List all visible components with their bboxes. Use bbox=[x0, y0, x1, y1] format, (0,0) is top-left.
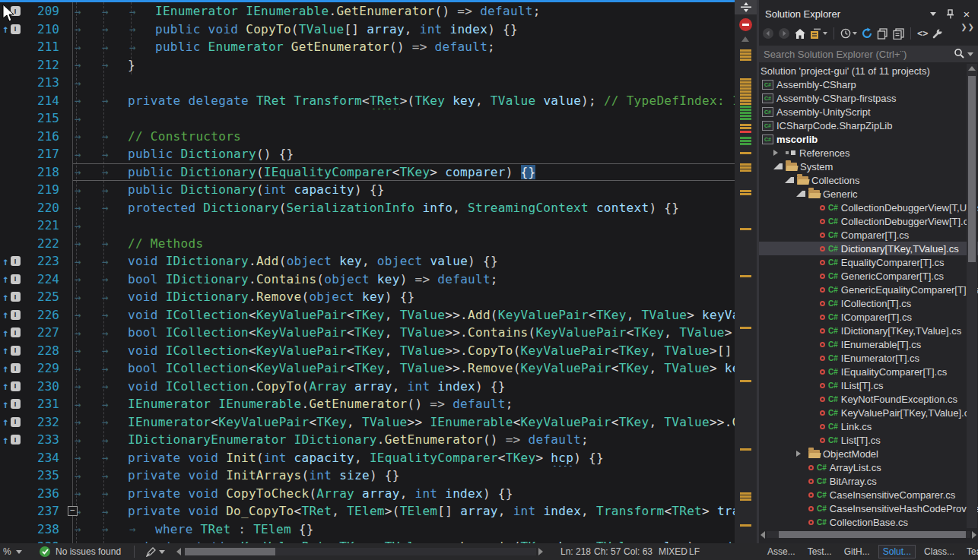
code-line[interactable]: ↑I224→→bool IDictionary.Contains(object … bbox=[0, 271, 735, 289]
code-text[interactable]: →→} bbox=[73, 56, 735, 74]
properties-wrench-icon[interactable] bbox=[932, 26, 944, 41]
code-line[interactable]: ↑I226→→void ICollection<KeyValuePair<TKe… bbox=[0, 306, 735, 324]
refresh-icon[interactable] bbox=[861, 26, 873, 41]
code-line[interactable]: 217→→public Dictionary() {} bbox=[0, 145, 735, 163]
code-line[interactable]: ↑I223→→void IDictionary.Add(object key, … bbox=[0, 252, 735, 271]
code-line[interactable]: ↑I232→→IEnumerator<KeyValuePair<TKey, TV… bbox=[0, 413, 735, 432]
implements-interface-icon[interactable]: ↑I bbox=[0, 271, 26, 289]
code-line[interactable]: 222→→// Methods bbox=[0, 235, 735, 253]
fold-margin[interactable] bbox=[59, 538, 73, 543]
code-text[interactable]: → bbox=[73, 109, 735, 128]
code-line[interactable]: ↑I227→→bool ICollection<KeyValuePair<TKe… bbox=[0, 324, 735, 342]
fold-margin[interactable] bbox=[59, 235, 73, 253]
tree-item-genericcomparer-t-cs[interactable]: C#GenericComparer[T].cs bbox=[759, 269, 978, 283]
tree-scroll-left-icon[interactable] bbox=[760, 531, 765, 539]
marker-filter[interactable] bbox=[146, 543, 165, 560]
code-line[interactable]: 234→→private void Init(int capacity, IEq… bbox=[0, 449, 735, 467]
fold-margin[interactable] bbox=[59, 252, 73, 271]
tree-item-collectiondebuggerview-t-cs[interactable]: C#CollectionDebuggerView[T].cs bbox=[759, 214, 978, 228]
tree-vertical-scrollbar[interactable] bbox=[967, 64, 977, 528]
panel-tab-test[interactable]: Test... bbox=[804, 546, 836, 558]
code-line[interactable]: ↑I233→→IDictionaryEnumerator IDictionary… bbox=[0, 431, 735, 449]
split-editor-handle-icon[interactable] bbox=[735, 0, 757, 14]
fold-margin[interactable] bbox=[59, 56, 73, 74]
fold-margin[interactable] bbox=[59, 288, 73, 306]
tree-item-idictionary-tkey-tvalue-cs[interactable]: C#IDictionary[TKey,TValue].cs bbox=[759, 324, 978, 337]
code-text[interactable]: →→private delegate TRet Transform<TRet>(… bbox=[73, 92, 735, 110]
tree-hscroll-thumb[interactable] bbox=[779, 531, 966, 538]
fold-margin[interactable] bbox=[59, 217, 73, 235]
fold-margin[interactable] bbox=[59, 74, 73, 92]
tree-item-collectiondebuggerview-t-u-cs[interactable]: C#CollectionDebuggerView[T,U].cs bbox=[759, 201, 978, 214]
tree-scroll-thumb[interactable] bbox=[968, 76, 976, 262]
preview-items-icon[interactable] bbox=[892, 26, 904, 41]
toolbar-overflow-icon[interactable]: ❯❯ bbox=[961, 23, 975, 31]
code-text[interactable]: →→void ICollection<KeyValuePair<TKey, TV… bbox=[73, 342, 735, 360]
tree-item-bitarray-cs[interactable]: C#BitArray.cs bbox=[759, 474, 978, 488]
fold-margin[interactable] bbox=[59, 359, 73, 378]
tree-horizontal-scrollbar[interactable] bbox=[760, 530, 976, 539]
implements-interface-icon[interactable]: ↑I bbox=[0, 342, 26, 360]
code-text[interactable]: →→public Dictionary(IEqualityComparer<TK… bbox=[73, 163, 735, 182]
code-text[interactable]: →→IEnumerator IEnumerable.GetEnumerator(… bbox=[73, 395, 735, 413]
tree-item-ienumerable-t-cs[interactable]: C#IEnumerable[T].cs bbox=[759, 337, 978, 351]
code-editor[interactable]: ↑I209→→→IEnumerator IEnumerable.GetEnume… bbox=[0, 0, 735, 543]
code-line[interactable]: 238→→→where TRet : TElem {} bbox=[0, 520, 735, 539]
fold-margin[interactable] bbox=[59, 38, 73, 56]
code-line[interactable]: ↑I209→→→IEnumerator IEnumerable.GetEnume… bbox=[0, 2, 735, 21]
tree-item-collections[interactable]: Collections bbox=[759, 173, 978, 187]
code-text[interactable]: →→private static KeyValuePair<TKey, TVal… bbox=[73, 538, 735, 543]
code-text[interactable]: →→→public void CopyTo(TValue[] array, in… bbox=[73, 21, 735, 39]
code-line[interactable]: 221→ bbox=[0, 217, 735, 235]
implements-interface-icon[interactable]: ↑I bbox=[0, 413, 26, 432]
fold-margin[interactable]: − bbox=[59, 502, 73, 520]
code-line[interactable]: ↑I231→→IEnumerator IEnumerable.GetEnumer… bbox=[0, 395, 735, 413]
tree-item-genericequalitycomparer-t-cs[interactable]: C#GenericEqualityComparer[T].cs bbox=[759, 283, 978, 296]
collapse-all-icon[interactable] bbox=[810, 26, 827, 41]
tree-item-equalitycomparer-t-cs[interactable]: C#EqualityComparer[T].cs bbox=[759, 255, 978, 269]
fold-margin[interactable] bbox=[59, 163, 73, 182]
code-line[interactable]: ↑I228→→void ICollection<KeyValuePair<TKe… bbox=[0, 342, 735, 360]
issues-indicator[interactable]: No issues found bbox=[40, 543, 121, 560]
fold-collapse-icon[interactable]: − bbox=[68, 506, 78, 516]
search-options-icon[interactable] bbox=[967, 52, 973, 56]
code-text[interactable]: →→bool ICollection<KeyValuePair<TKey, TV… bbox=[73, 359, 735, 378]
fold-margin[interactable] bbox=[59, 306, 73, 324]
fold-margin[interactable] bbox=[59, 378, 73, 396]
code-line[interactable]: 218→→public Dictionary(IEqualityComparer… bbox=[0, 163, 735, 182]
tree-item-assembly-csharp-firstpass[interactable]: C#Assembly-CSharp-firstpass bbox=[759, 91, 978, 105]
fold-margin[interactable] bbox=[59, 2, 73, 21]
back-icon[interactable] bbox=[762, 26, 774, 41]
code-text[interactable]: →→void ICollection<KeyValuePair<TKey, TV… bbox=[73, 306, 735, 324]
zoom-dropdown-icon[interactable] bbox=[16, 550, 22, 554]
search-input[interactable]: Search Solution Explorer (Ctrl+¨) bbox=[759, 46, 978, 62]
implements-interface-icon[interactable]: ↑I bbox=[0, 324, 26, 342]
code-line[interactable]: ↑I230→→void ICollection.CopyTo(Array arr… bbox=[0, 378, 735, 396]
code-line[interactable]: 235→→private void InitArrays(int size) {… bbox=[0, 467, 735, 485]
code-line[interactable]: ↑I210→→→public void CopyTo(TValue[] arra… bbox=[0, 21, 735, 39]
code-line[interactable]: 211→→→public Enumerator GetEnumerator() … bbox=[0, 38, 735, 56]
tree-item-caseinsensitivecomparer-cs[interactable]: C#CaseInsensitiveComparer.cs bbox=[759, 488, 978, 501]
implements-interface-icon[interactable]: ↑I bbox=[0, 431, 26, 449]
fold-margin[interactable] bbox=[59, 128, 73, 146]
code-line[interactable]: 214→→private delegate TRet Transform<TRe… bbox=[0, 92, 735, 110]
implements-interface-icon[interactable]: ↑I bbox=[0, 359, 26, 378]
code-line[interactable]: ↑I225→→void IDictionary.Remove(object ke… bbox=[0, 288, 735, 306]
tree-item-icsharpcode-sharpziplib[interactable]: C#ICSharpCode.SharpZipLib bbox=[759, 119, 978, 132]
marker-dropdown-icon[interactable] bbox=[159, 550, 165, 554]
fold-margin[interactable] bbox=[59, 21, 73, 39]
code-line[interactable]: 215→ bbox=[0, 109, 735, 128]
tree-item-caseinsensitivehashcodeprovider-cs[interactable]: C#CaseInsensitiveHashCodeProvider.cs bbox=[759, 501, 978, 515]
editor-hscroll-thumb[interactable] bbox=[185, 548, 275, 555]
tree-item-objectmodel[interactable]: ObjectModel bbox=[759, 447, 978, 460]
fold-margin[interactable] bbox=[59, 271, 73, 289]
document-health-icon[interactable] bbox=[739, 18, 752, 31]
eol-indicator[interactable]: LF bbox=[689, 543, 700, 560]
column-indicator[interactable]: Col: 63 bbox=[624, 543, 653, 560]
tree-item-mscorlib[interactable]: C#mscorlib bbox=[759, 132, 978, 146]
fold-margin[interactable] bbox=[59, 324, 73, 342]
code-line[interactable]: ↑I229→→bool ICollection<KeyValuePair<TKe… bbox=[0, 359, 735, 378]
tree-item-dictionary-tkey-tvalue-cs[interactable]: C#Dictionary[TKey,TValue].cs bbox=[759, 242, 978, 255]
implements-interface-icon[interactable]: ↑I bbox=[0, 252, 26, 271]
tree-item-assembly-csharp[interactable]: C#Assembly-CSharp bbox=[759, 78, 978, 91]
